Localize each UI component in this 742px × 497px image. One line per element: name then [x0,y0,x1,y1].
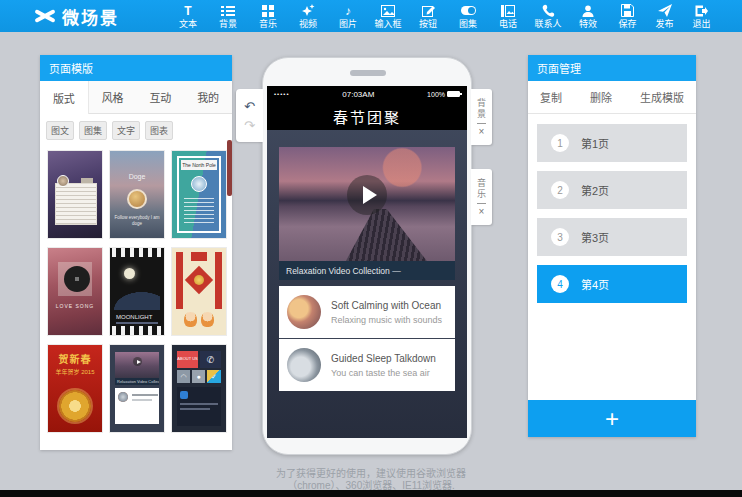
background-layer-tab[interactable]: 背景 × [471,89,492,145]
tool-image[interactable]: ♪ 图片 [328,0,368,32]
template-thumb-love-song[interactable]: LOVE SONG [48,248,102,335]
check-tile-icon: ✓ [207,370,221,383]
make-template-button[interactable]: 生成模版 [640,89,684,105]
chat-tile-icon: ● [192,370,205,383]
exit-button[interactable]: 退出 [683,0,720,32]
music-note-icon: ♪ [345,4,351,18]
template-thumb-doge[interactable]: Doge Follow everybody I am doge [110,151,164,238]
tool-phone[interactable]: 电话 [488,0,528,32]
ocean-thumb [287,295,321,329]
template-filters: 图文 图集 文字 图表 [40,114,232,145]
filter-text[interactable]: 文字 [112,121,140,140]
app-window: 微场景 T 文本 背景 音乐 视频 ♪ 图片 [0,0,742,497]
page-item-4-active[interactable]: 4 第4页 [537,265,687,303]
phone-speaker [350,70,386,76]
toolbar-actions: 保存 发布 退出 [609,0,720,32]
stars-icon [301,4,315,18]
redo-icon[interactable]: ↷ [244,119,255,132]
tab-style[interactable]: 风格 [89,81,137,113]
phone-tile-icon: ✆ [200,351,221,368]
template-thumb-moonlight[interactable]: MOONLIGHT [110,248,164,335]
template-thumb-new-year-cream[interactable] [172,248,226,335]
undo-icon[interactable]: ↶ [244,100,255,113]
page-item-3[interactable]: 3 第3页 [537,218,687,256]
template-thumb-night-card[interactable] [48,151,102,238]
vinyl-disc [64,266,90,292]
toolbar-tools: T 文本 背景 音乐 视频 ♪ 图片 输入框 [168,0,608,32]
person-icon [582,4,594,18]
video-thumbnail [279,147,455,261]
phone-status-bar: ••••• 07:03AM 100% [267,86,467,102]
tab-mine[interactable]: 我的 [184,81,232,113]
page-manager-actions: 复制 删除 生成模版 [528,81,696,114]
publish-button[interactable]: 发布 [646,0,683,32]
save-button[interactable]: 保存 [609,0,646,32]
tab-interact[interactable]: 互动 [137,81,185,113]
delete-page-button[interactable]: 删除 [590,89,612,105]
filter-chart[interactable]: 图表 [145,121,173,140]
media-list-item[interactable]: Soft Calming with Ocean Relaxing music w… [279,286,455,338]
battery-icon [447,91,460,97]
template-grid: Doge Follow everybody I am doge The Nort… [40,145,232,438]
top-toolbar: 微场景 T 文本 背景 音乐 视频 ♪ 图片 [0,0,742,32]
tool-text[interactable]: T 文本 [168,0,208,32]
page-item-2[interactable]: 2 第2页 [537,171,687,209]
browser-hint: 为了获得更好的使用，建议使用谷歌浏览器 （chrome）、360浏览器、IE11… [0,468,742,492]
paper-plane-icon [658,4,672,18]
tool-video[interactable]: 视频 [288,0,328,32]
tool-gallery[interactable]: 图集 [448,0,488,32]
template-scrollbar[interactable] [227,140,232,196]
edit-icon [422,4,435,18]
add-page-button[interactable]: + [528,400,696,437]
tool-input[interactable]: 输入框 [368,0,408,32]
picture-icon [381,4,395,18]
template-thumb-north-pole[interactable]: The North Pole [172,151,226,238]
app-logo: 微场景 [0,4,168,29]
filter-gallery[interactable]: 图集 [79,121,107,140]
video-widget[interactable]: Relaxation Video Collection — [279,147,455,280]
framed-image-icon [501,4,515,18]
phone-screen[interactable]: ••••• 07:03AM 100% 春节团聚 Relaxation Video… [267,86,467,438]
avatar [127,189,147,209]
page-manager-title: 页面管理 [528,55,696,81]
avatar [191,176,207,192]
video-caption: Relaxation Video Collection — [279,261,455,280]
toggle-icon [461,4,476,18]
close-icon[interactable]: × [479,207,485,217]
tool-background[interactable]: 背景 [208,0,248,32]
page-item-1[interactable]: 1 第1页 [537,124,687,162]
page-title[interactable]: 春节团聚 [267,102,467,130]
media-list: Soft Calming with Ocean Relaxing music w… [279,286,455,391]
copy-page-button[interactable]: 复制 [540,89,562,105]
tool-effects[interactable]: 特效 [568,0,608,32]
template-panel-title: 页面模版 [40,55,232,81]
page-list: 1 第1页 2 第2页 3 第3页 4 第4页 [528,114,696,303]
status-time: 07:03AM [290,90,428,99]
tab-layout[interactable]: 版式 [40,81,89,114]
filter-imagetext[interactable]: 图文 [46,121,74,140]
battery-status: 100% [427,91,460,98]
media-list-item[interactable]: Guided Sleep Talkdown You can taste the … [279,338,455,391]
close-icon[interactable]: × [479,127,485,137]
avatar [57,175,69,187]
phone-handset-icon [542,4,555,18]
phone-preview: ••••• 07:03AM 100% 春节团聚 Relaxation Video… [262,57,472,455]
music-layer-tab[interactable]: 音乐 × [471,169,492,225]
tool-contacts[interactable]: 联系人 [528,0,568,32]
play-button-icon[interactable] [347,175,387,215]
exit-icon [695,4,708,18]
template-thumb-video-collection[interactable]: Relaxation Video Collection [110,345,164,432]
template-thumb-metro-tiles[interactable]: ABOUT US ✆ ◠ ● ✓ [172,345,226,432]
moon [124,268,135,279]
signal-dots: ••••• [274,91,290,97]
template-thumb-new-year-red[interactable]: 贺新春 羊年贺岁 2015 [48,345,102,432]
logo-x-icon [34,8,56,24]
play-icon [133,357,142,366]
list-icon [221,4,235,18]
tool-music[interactable]: 音乐 [248,0,288,32]
headphones-tile-icon: ◠ [177,370,190,383]
save-icon [621,4,634,18]
tool-button[interactable]: 按钮 [408,0,448,32]
logo-text: 微场景 [62,4,119,29]
sleep-thumb [287,348,321,382]
